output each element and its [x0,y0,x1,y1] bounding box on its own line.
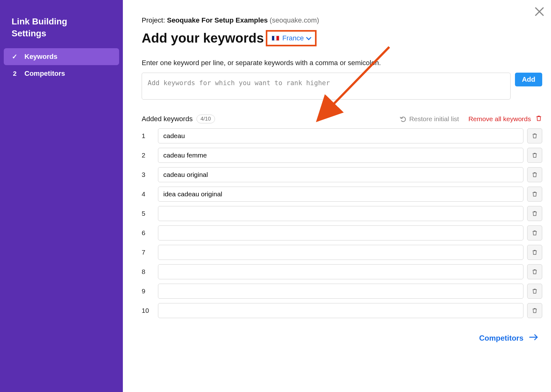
close-icon [535,7,544,16]
flag-france-icon [272,36,279,41]
sidebar: Link Building Settings ✓Keywords2Competi… [0,0,123,392]
keyword-field[interactable] [158,225,523,240]
project-line: Project: Seoquake For Setup Examples (se… [142,16,542,24]
add-button[interactable]: Add [515,73,542,86]
project-label: Project: [142,16,167,24]
project-domain: (seoquake.com) [268,16,319,24]
row-number: 9 [142,287,154,295]
keyword-field[interactable] [158,128,523,143]
keyword-row: 5 [142,206,542,221]
next-label: Competitors [479,334,523,343]
keyword-row: 10 [142,303,542,318]
sidebar-title-line: Link Building [12,16,111,28]
keyword-row: 7 [142,245,542,260]
keyword-field[interactable] [158,245,523,260]
keyword-count-badge: 4/10 [197,115,215,123]
keyword-field[interactable] [158,264,523,279]
step-number: 2 [11,70,18,77]
check-icon: ✓ [11,53,18,60]
restore-initial-list[interactable]: Restore initial list [400,115,459,123]
project-name: Seoquake For Setup Examples [167,16,268,24]
country-selector[interactable]: France [266,30,317,46]
delete-keyword-button[interactable] [527,225,542,240]
delete-keyword-button[interactable] [527,264,542,279]
row-number: 10 [142,307,154,314]
delete-keyword-button[interactable] [527,284,542,299]
undo-icon [400,116,407,122]
keyword-row: 1 [142,128,542,143]
arrow-right-icon [529,334,538,343]
trash-icon [532,288,538,294]
row-number: 1 [142,132,154,140]
list-header: Added keywords 4/10 Restore initial list… [142,115,542,123]
keyword-field[interactable] [158,167,523,182]
keyword-row: 6 [142,225,542,240]
sidebar-item-competitors[interactable]: 2Competitors [4,65,119,82]
row-number: 3 [142,171,154,178]
heading-row: Add your keywords France [142,30,542,46]
delete-keyword-button[interactable] [527,245,542,260]
keyword-field[interactable] [158,187,523,202]
sidebar-title: Link Building Settings [4,9,119,48]
trash-icon [535,115,542,122]
instructions-text: Enter one keyword per line, or separate … [142,59,542,67]
row-number: 6 [142,229,154,237]
keyword-row: 9 [142,284,542,299]
trash-icon [532,230,538,236]
sidebar-item-keywords[interactable]: ✓Keywords [4,48,119,65]
delete-keyword-button[interactable] [527,187,542,202]
trash-icon [532,269,538,275]
keyword-field[interactable] [158,284,523,299]
trash-icon [532,249,538,255]
keyword-rows: 12345678910 [142,128,542,318]
keyword-input-row: Add [142,73,542,100]
keyword-row: 2 [142,148,542,163]
keyword-row: 3 [142,167,542,182]
trash-icon [532,191,538,197]
sidebar-item-label: Keywords [24,53,57,61]
delete-keyword-button[interactable] [527,206,542,221]
added-keywords-label: Added keywords [142,115,193,123]
delete-keyword-button[interactable] [527,148,542,163]
close-button[interactable] [535,7,544,18]
delete-keyword-button[interactable] [527,167,542,182]
row-number: 4 [142,190,154,198]
trash-icon [532,210,538,217]
trash-icon [532,307,538,314]
row-number: 2 [142,152,154,159]
trash-icon [532,152,538,158]
delete-keyword-button[interactable] [527,128,542,143]
trash-icon [532,133,538,139]
page-title: Add your keywords [142,31,264,46]
remove-all-trash-button[interactable] [535,115,542,123]
country-name: France [282,34,304,42]
row-number: 5 [142,210,154,217]
sidebar-title-line: Settings [12,28,111,39]
main-content: Project: Seoquake For Setup Examples (se… [123,0,551,392]
trash-icon [532,172,538,178]
keyword-field[interactable] [158,206,523,221]
delete-keyword-button[interactable] [527,303,542,318]
row-number: 8 [142,268,154,276]
keyword-row: 4 [142,187,542,202]
next-competitors-link[interactable]: Competitors [142,334,542,343]
chevron-down-icon [306,35,312,40]
sidebar-item-label: Competitors [24,70,65,78]
remove-all-keywords[interactable]: Remove all keywords [468,115,531,123]
keyword-textarea[interactable] [142,73,511,100]
keyword-field[interactable] [158,303,523,318]
keyword-row: 8 [142,264,542,279]
restore-label: Restore initial list [409,115,459,123]
keyword-field[interactable] [158,148,523,163]
row-number: 7 [142,249,154,256]
